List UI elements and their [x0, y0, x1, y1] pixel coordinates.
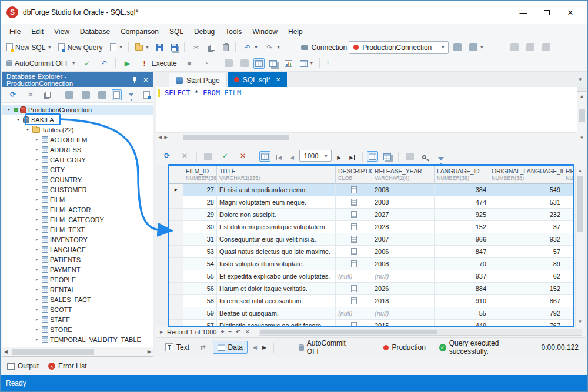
cell-title[interactable]: Quasi natus delectus quo iste maxime. [217, 246, 336, 258]
cell-release-year[interactable]: 2008 [372, 196, 435, 209]
grid-view-button[interactable] [367, 151, 378, 162]
column-header-language-id[interactable]: LANGUAGE_IDNUMBER(38) [435, 166, 489, 184]
console-button[interactable] [523, 42, 537, 52]
stop-button[interactable]: ■ [182, 58, 197, 69]
grid-row[interactable]: 30 Est doloremque similique voluptatem. … [169, 221, 573, 233]
current-row-indicator[interactable]: ▶ [169, 184, 183, 196]
grid-row[interactable]: 58 In rem sed nihil accusantium. 2018 91… [169, 295, 573, 307]
menu-edit[interactable]: Edit [26, 25, 49, 38]
cell-release-year[interactable]: 2008 [372, 258, 435, 270]
generate-script-button[interactable] [141, 90, 153, 100]
cell-title[interactable]: In rem sed nihil accusantium. [217, 295, 336, 307]
disconnect-button[interactable]: ✕ [23, 89, 38, 100]
column-header-description[interactable]: DESCRIPTIONCLOB [336, 166, 372, 184]
tree-node-connection[interactable]: ▾ProductionConnection [2, 105, 153, 115]
tree-table-item[interactable]: ▸FILM [2, 195, 153, 205]
results-grid-toggle-button[interactable] [253, 58, 265, 69]
cell-language-id[interactable]: 937 [435, 270, 489, 283]
column-header-original-language-id[interactable]: ORIGINAL_LANGUAGE_IDNUMBER(38) [489, 166, 563, 184]
cell-language-id[interactable]: 910 [435, 295, 489, 307]
row-indicator[interactable] [169, 221, 183, 233]
row-indicator-header[interactable] [169, 166, 183, 184]
new-sql-button[interactable]: New SQL▾ [4, 42, 54, 53]
pin-icon[interactable] [132, 76, 138, 83]
scroll-left-icon[interactable]: ◀ [4, 349, 8, 354]
menu-file[interactable]: File [4, 25, 26, 38]
new-connection-button[interactable] [62, 90, 76, 100]
tree-table-item[interactable]: ▸TEMPORAL_VALIDITY_TABLE [2, 334, 153, 344]
filter-export-button[interactable] [434, 156, 448, 162]
grid-row[interactable]: 56 Harum et dolor itaque veritatis. 2026… [169, 283, 573, 295]
cell-description[interactable] [336, 258, 372, 270]
refresh-button[interactable]: ⟳ [5, 89, 21, 100]
history-button[interactable]: ◔ [199, 58, 214, 69]
page-size-combobox[interactable]: 1000▾ [299, 150, 332, 162]
cell-release-year[interactable]: (null) [372, 307, 435, 320]
schema-view-button[interactable] [507, 42, 522, 52]
scrollbar-thumb[interactable] [579, 109, 585, 122]
cell-film-id[interactable]: 29 [183, 209, 217, 221]
cell-description[interactable] [336, 233, 372, 246]
menu-comparison[interactable]: Comparison [115, 25, 164, 38]
menu-database[interactable]: Database [75, 25, 115, 38]
previous-result-button[interactable]: ◀ [253, 344, 257, 350]
cell-description[interactable] [336, 283, 372, 295]
menu-view[interactable]: View [49, 25, 75, 38]
cell-original-language-id[interactable]: 152 [489, 283, 563, 295]
cell-film-id[interactable]: 57 [183, 320, 217, 326]
grid-row[interactable]: 28 Magni voluptatem eum neque. 2008 474 … [169, 196, 573, 209]
pivot-view-button[interactable] [403, 152, 417, 162]
cell-release-year[interactable]: 2027 [372, 209, 435, 221]
cell-release-year[interactable]: 2006 [372, 246, 435, 258]
cell-original-language-id[interactable]: 867 [489, 295, 563, 307]
grid-horizontal-scrollbar[interactable] [259, 329, 582, 336]
first-page-button[interactable]: ◀ [273, 153, 285, 162]
tree-table-item[interactable]: ▸SCOTT [2, 304, 153, 314]
menu-sql[interactable]: SQL [164, 25, 189, 38]
cell-title[interactable]: Distinctio accusamus ea odit facere. [217, 320, 336, 326]
cell-title[interactable]: Magni voluptatem eum neque. [217, 196, 336, 209]
tree-table-item[interactable]: ▸FILM_TEXT [2, 225, 153, 234]
text-view-button[interactable]: TText [161, 341, 193, 353]
cell-language-id[interactable]: 884 [435, 283, 489, 295]
autocommit-button[interactable]: AutoCommit OFF▾ [4, 58, 78, 69]
delete-record-button[interactable]: − [228, 329, 232, 335]
cell-film-id[interactable]: 55 [183, 270, 217, 283]
cell-release-year[interactable]: 2015 [372, 320, 435, 326]
tree-table-item[interactable]: ▸CITY [2, 165, 153, 175]
tab-error-list[interactable]: ×Error List [48, 362, 87, 370]
grid-row[interactable]: 29 Dolore non suscipit. 2027 925 232 [169, 209, 573, 221]
cell-description[interactable] [336, 246, 372, 258]
open-file-button[interactable]: ▾ [132, 43, 151, 52]
grid-row[interactable]: 57 Distinctio accusamus ea odit facere. … [169, 320, 573, 326]
scrollbar-thumb[interactable] [12, 349, 94, 355]
connection-status[interactable]: Production [379, 341, 429, 353]
query-plan-button[interactable] [222, 58, 236, 68]
cell-language-id[interactable]: 152 [435, 221, 489, 233]
menu-help[interactable]: Help [283, 25, 308, 38]
cell-film-id[interactable]: 53 [183, 246, 217, 258]
cell-title[interactable]: Et nisi a ut repudiandae nemo. [217, 184, 336, 196]
grid-row[interactable]: 55 Et expedita explicabo unde voluptates… [169, 270, 573, 283]
cell-original-language-id[interactable]: 767 [489, 320, 563, 326]
tab-list-chevron-icon[interactable]: ▾ [579, 76, 582, 82]
scroll-up-icon[interactable]: ▲ [576, 166, 584, 175]
next-page-button[interactable]: ▶ [334, 153, 344, 162]
editor-horizontal-scrollbar[interactable]: ◀ ▶ [156, 132, 577, 141]
cell-original-language-id[interactable]: 932 [489, 233, 563, 246]
menu-debug[interactable]: Debug [189, 25, 220, 38]
close-button[interactable]: ✕ [563, 6, 578, 18]
minimize-button[interactable]: — [516, 6, 531, 18]
tree-node-database[interactable]: ▾SAKILA [2, 115, 153, 125]
add-record-button[interactable]: + [220, 329, 224, 335]
tree-table-item[interactable]: ▸COUNTRY [2, 175, 153, 185]
tab-sql-document[interactable]: SQL.sql*✕ [228, 72, 288, 87]
cell-film-id[interactable]: 27 [183, 184, 217, 196]
add-view-button[interactable]: ▾ [297, 59, 316, 68]
duplicate-button[interactable] [41, 91, 54, 99]
new-connection-button[interactable] [450, 42, 465, 52]
cut-button[interactable]: ✂ [188, 42, 203, 53]
cell-original-language-id[interactable]: 531 [489, 196, 563, 209]
cell-original-language-id[interactable]: 37 [489, 221, 563, 233]
cell-language-id[interactable]: 384 [435, 184, 489, 196]
